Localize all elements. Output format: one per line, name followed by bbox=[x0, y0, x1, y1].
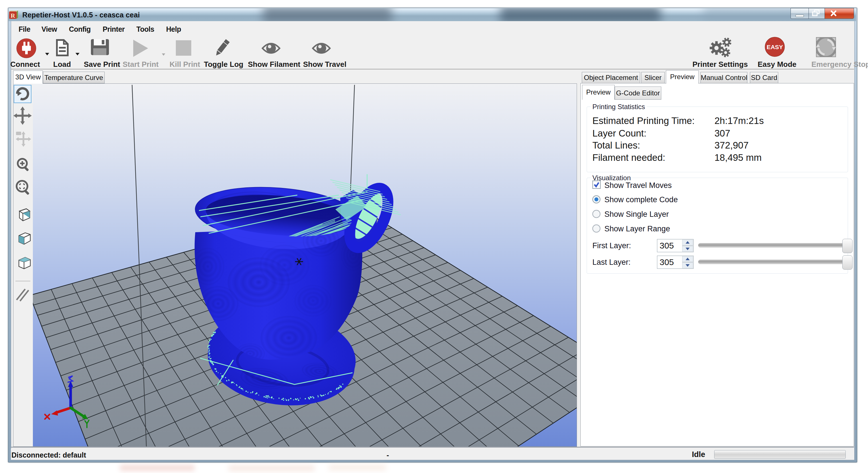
svg-text:R: R bbox=[10, 12, 16, 19]
svg-text:EASY: EASY bbox=[767, 44, 783, 50]
